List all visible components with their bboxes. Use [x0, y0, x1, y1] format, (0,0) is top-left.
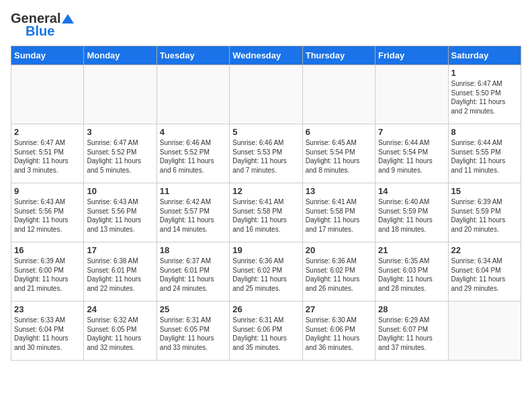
day-info: Sunrise: 6:37 AM Sunset: 6:01 PM Dayligh… [160, 257, 226, 293]
day-info: Sunrise: 6:29 AM Sunset: 6:07 PM Dayligh… [378, 316, 445, 352]
calendar-week-0: 1Sunrise: 6:47 AM Sunset: 5:50 PM Daylig… [11, 65, 521, 124]
calendar-cell: 24Sunrise: 6:32 AM Sunset: 6:05 PM Dayli… [84, 302, 157, 361]
day-info: Sunrise: 6:38 AM Sunset: 6:01 PM Dayligh… [87, 257, 153, 293]
day-number: 1 [451, 68, 518, 78]
weekday-header-monday: Monday [84, 46, 157, 65]
day-info: Sunrise: 6:39 AM Sunset: 6:00 PM Dayligh… [14, 257, 81, 293]
calendar-cell: 6Sunrise: 6:45 AM Sunset: 5:54 PM Daylig… [302, 124, 375, 183]
day-info: Sunrise: 6:33 AM Sunset: 6:04 PM Dayligh… [14, 316, 81, 352]
day-number: 27 [306, 304, 372, 314]
calendar-cell: 28Sunrise: 6:29 AM Sunset: 6:07 PM Dayli… [375, 302, 448, 361]
calendar-cell [302, 65, 375, 124]
day-info: Sunrise: 6:46 AM Sunset: 5:53 PM Dayligh… [232, 138, 299, 175]
day-info: Sunrise: 6:46 AM Sunset: 5:52 PM Dayligh… [160, 138, 226, 175]
day-number: 26 [232, 304, 299, 314]
calendar-cell: 16Sunrise: 6:39 AM Sunset: 6:00 PM Dayli… [11, 242, 84, 302]
calendar-week-1: 2Sunrise: 6:47 AM Sunset: 5:51 PM Daylig… [11, 124, 521, 183]
calendar-cell: 17Sunrise: 6:38 AM Sunset: 6:01 PM Dayli… [84, 242, 157, 302]
day-number: 21 [378, 245, 445, 255]
day-info: Sunrise: 6:43 AM Sunset: 5:56 PM Dayligh… [14, 197, 81, 234]
day-info: Sunrise: 6:41 AM Sunset: 5:58 PM Dayligh… [232, 197, 299, 234]
calendar-cell: 23Sunrise: 6:33 AM Sunset: 6:04 PM Dayli… [11, 302, 84, 361]
calendar-cell: 18Sunrise: 6:37 AM Sunset: 6:01 PM Dayli… [157, 242, 229, 302]
logo-blue-text: Blue [26, 24, 54, 39]
day-number: 23 [14, 304, 81, 314]
calendar-cell [157, 65, 229, 124]
day-info: Sunrise: 6:36 AM Sunset: 6:02 PM Dayligh… [232, 257, 299, 293]
calendar-cell [84, 65, 157, 124]
day-number: 9 [14, 186, 81, 196]
day-info: Sunrise: 6:47 AM Sunset: 5:51 PM Dayligh… [14, 138, 81, 175]
svg-marker-0 [62, 14, 74, 24]
day-number: 28 [378, 304, 445, 314]
day-number: 13 [306, 186, 372, 196]
weekday-header-thursday: Thursday [302, 46, 375, 65]
calendar-cell: 26Sunrise: 6:31 AM Sunset: 6:06 PM Dayli… [230, 302, 302, 361]
day-info: Sunrise: 6:40 AM Sunset: 5:59 PM Dayligh… [378, 197, 445, 234]
day-number: 18 [160, 245, 226, 255]
day-info: Sunrise: 6:31 AM Sunset: 6:05 PM Dayligh… [160, 316, 226, 352]
calendar-cell: 25Sunrise: 6:31 AM Sunset: 6:05 PM Dayli… [157, 302, 229, 361]
day-info: Sunrise: 6:44 AM Sunset: 5:55 PM Dayligh… [451, 138, 518, 175]
calendar-cell [448, 302, 521, 361]
calendar-cell: 22Sunrise: 6:34 AM Sunset: 6:04 PM Dayli… [448, 242, 521, 302]
day-number: 25 [160, 304, 226, 314]
calendar-cell: 1Sunrise: 6:47 AM Sunset: 5:50 PM Daylig… [448, 65, 521, 124]
day-info: Sunrise: 6:32 AM Sunset: 6:05 PM Dayligh… [87, 316, 153, 352]
calendar-cell: 27Sunrise: 6:30 AM Sunset: 6:06 PM Dayli… [302, 302, 375, 361]
day-number: 8 [451, 127, 518, 137]
calendar-cell [375, 65, 448, 124]
calendar-cell: 3Sunrise: 6:47 AM Sunset: 5:52 PM Daylig… [84, 124, 157, 183]
calendar-cell: 11Sunrise: 6:42 AM Sunset: 5:57 PM Dayli… [157, 183, 229, 242]
day-number: 17 [87, 245, 153, 255]
logo-icon [62, 13, 74, 25]
day-info: Sunrise: 6:45 AM Sunset: 5:54 PM Dayligh… [306, 138, 372, 175]
day-number: 20 [306, 245, 372, 255]
calendar-cell: 21Sunrise: 6:35 AM Sunset: 6:03 PM Dayli… [375, 242, 448, 302]
day-info: Sunrise: 6:34 AM Sunset: 6:04 PM Dayligh… [451, 257, 518, 293]
day-number: 6 [306, 127, 372, 137]
day-info: Sunrise: 6:44 AM Sunset: 5:54 PM Dayligh… [378, 138, 445, 175]
day-number: 10 [87, 186, 153, 196]
day-info: Sunrise: 6:31 AM Sunset: 6:06 PM Dayligh… [232, 316, 299, 352]
weekday-header-wednesday: Wednesday [230, 46, 302, 65]
calendar-cell: 13Sunrise: 6:41 AM Sunset: 5:58 PM Dayli… [302, 183, 375, 242]
header: General Blue [11, 11, 521, 39]
day-info: Sunrise: 6:36 AM Sunset: 6:02 PM Dayligh… [306, 257, 372, 293]
calendar-cell: 7Sunrise: 6:44 AM Sunset: 5:54 PM Daylig… [375, 124, 448, 183]
calendar-week-3: 16Sunrise: 6:39 AM Sunset: 6:00 PM Dayli… [11, 242, 521, 302]
calendar-cell [230, 65, 302, 124]
day-number: 22 [451, 245, 518, 255]
day-number: 19 [232, 245, 299, 255]
calendar-cell: 15Sunrise: 6:39 AM Sunset: 5:59 PM Dayli… [448, 183, 521, 242]
day-number: 24 [87, 304, 153, 314]
calendar-cell: 14Sunrise: 6:40 AM Sunset: 5:59 PM Dayli… [375, 183, 448, 242]
calendar-cell: 12Sunrise: 6:41 AM Sunset: 5:58 PM Dayli… [230, 183, 302, 242]
day-info: Sunrise: 6:41 AM Sunset: 5:58 PM Dayligh… [306, 197, 372, 234]
day-number: 12 [232, 186, 299, 196]
day-number: 15 [451, 186, 518, 196]
calendar-cell: 20Sunrise: 6:36 AM Sunset: 6:02 PM Dayli… [302, 242, 375, 302]
day-info: Sunrise: 6:47 AM Sunset: 5:50 PM Dayligh… [451, 79, 518, 116]
weekday-header-tuesday: Tuesday [157, 46, 229, 65]
weekday-header-sunday: Sunday [11, 46, 84, 65]
day-number: 3 [87, 127, 153, 137]
calendar: SundayMondayTuesdayWednesdayThursdayFrid… [11, 46, 521, 361]
weekday-header-saturday: Saturday [448, 46, 521, 65]
calendar-cell [11, 65, 84, 124]
day-info: Sunrise: 6:30 AM Sunset: 6:06 PM Dayligh… [306, 316, 372, 352]
logo: General Blue [11, 11, 74, 39]
calendar-week-2: 9Sunrise: 6:43 AM Sunset: 5:56 PM Daylig… [11, 183, 521, 242]
day-number: 2 [14, 127, 81, 137]
calendar-cell: 9Sunrise: 6:43 AM Sunset: 5:56 PM Daylig… [11, 183, 84, 242]
day-number: 11 [160, 186, 226, 196]
calendar-cell: 2Sunrise: 6:47 AM Sunset: 5:51 PM Daylig… [11, 124, 84, 183]
day-info: Sunrise: 6:42 AM Sunset: 5:57 PM Dayligh… [160, 197, 226, 234]
calendar-week-4: 23Sunrise: 6:33 AM Sunset: 6:04 PM Dayli… [11, 302, 521, 361]
weekday-header-friday: Friday [375, 46, 448, 65]
day-info: Sunrise: 6:47 AM Sunset: 5:52 PM Dayligh… [87, 138, 153, 175]
calendar-cell: 8Sunrise: 6:44 AM Sunset: 5:55 PM Daylig… [448, 124, 521, 183]
day-info: Sunrise: 6:39 AM Sunset: 5:59 PM Dayligh… [451, 197, 518, 234]
calendar-cell: 10Sunrise: 6:43 AM Sunset: 5:56 PM Dayli… [84, 183, 157, 242]
day-number: 4 [160, 127, 226, 137]
